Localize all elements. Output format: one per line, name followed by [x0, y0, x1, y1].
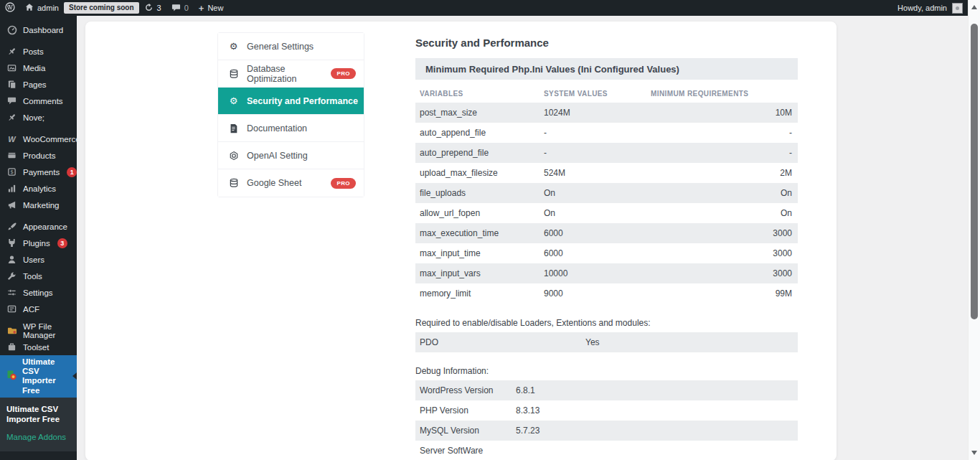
updates-menu[interactable]: 3	[139, 0, 166, 16]
sidebar-item-plugins[interactable]: Plugins 3	[0, 235, 77, 251]
settings-card: ⚙ General Settings Database Optimization…	[85, 22, 837, 460]
loaders-note: Required to enable/disable Loaders, Exte…	[415, 317, 798, 329]
cell-variable: upload_max_filesize	[415, 168, 540, 178]
table-row: file_uploads On On	[415, 183, 798, 203]
sidebar-item-woocommerce[interactable]: W WooCommerce	[0, 131, 77, 147]
sidebar-item-marketing[interactable]: Marketing	[0, 197, 77, 213]
wordpress-logo-menu[interactable]	[0, 0, 20, 16]
users-icon	[6, 255, 17, 264]
scrollbar-down-arrow-icon[interactable]	[971, 451, 977, 455]
tab-database-optimization[interactable]: Database Optimization PRO	[218, 60, 364, 88]
cell-variable: post_max_size	[415, 108, 540, 118]
new-label: New	[207, 4, 223, 12]
site-menu[interactable]: admin	[20, 0, 64, 16]
user-avatar[interactable]	[952, 3, 963, 14]
cell-minimum-requirement: On	[646, 188, 798, 198]
plugins-count-badge: 3	[57, 238, 67, 248]
sidebar-item-tools[interactable]: Tools	[0, 268, 77, 284]
csv-importer-icon	[6, 370, 17, 382]
pushpin-icon	[6, 113, 17, 122]
cell-variable: file_uploads	[415, 188, 540, 198]
wordpress-logo-icon	[5, 2, 15, 14]
cell-system-value: 6000	[540, 228, 646, 238]
tab-label: Security and Performance	[247, 96, 358, 106]
cell-minimum-requirement: 10M	[646, 108, 798, 118]
comment-icon	[6, 96, 17, 105]
cell-variable: allow_url_fopen	[415, 208, 540, 218]
php-ini-table: post_max_size 1024M 10M auto_append_file…	[415, 103, 798, 304]
window-scrollbar[interactable]	[968, 0, 980, 460]
sidebar-item-wp-file-manager[interactable]: WP File Manager	[0, 322, 77, 339]
sidebar-item-posts[interactable]: Posts	[0, 43, 77, 60]
analytics-icon	[6, 184, 17, 193]
howdy-menu[interactable]: Howdy, admin	[897, 4, 947, 12]
home-icon	[25, 3, 34, 13]
wordpress-admin-screen: admin Store coming soon 3 0 + New Howdy,…	[0, 0, 980, 460]
table-row: MySQL Version 5.7.23	[415, 421, 798, 441]
updates-icon	[144, 3, 154, 14]
sidebar-item-ultimate-csv-importer[interactable]: Ultimate CSV Importer Free	[0, 355, 77, 398]
dashboard-icon	[6, 25, 17, 35]
table-row: PDO Yes	[415, 332, 798, 352]
sidebar-item-products[interactable]: Products	[0, 147, 77, 164]
table-row: auto_prepend_file - -	[415, 143, 798, 163]
cell-debug-value: 5.7.23	[512, 426, 798, 436]
submenu-item-ultimate-csv-importer[interactable]: Ultimate CSV Importer Free	[0, 403, 70, 427]
sidebar-item-acf[interactable]: ACF	[0, 301, 77, 317]
sidebar-item-dashboard[interactable]: Dashboard	[0, 22, 77, 38]
tab-documentation[interactable]: Documentation	[218, 115, 364, 142]
sidebar-item-settings[interactable]: Settings	[0, 284, 77, 301]
folder-icon	[6, 326, 17, 335]
cell-debug-name: PHP Version	[415, 405, 512, 416]
products-icon	[6, 151, 17, 160]
table-row: allow_url_fopen On On	[415, 203, 798, 223]
sidebar-item-users[interactable]: Users	[0, 251, 77, 268]
tab-general-settings[interactable]: ⚙ General Settings	[218, 33, 364, 60]
cell-variable: max_input_time	[415, 248, 540, 258]
tab-security-and-performance[interactable]: ⚙ Security and Performance	[218, 88, 364, 115]
gear-icon: ⚙	[227, 41, 240, 52]
sidebar-item-pages[interactable]: Pages	[0, 76, 77, 93]
tab-label: Documentation	[247, 123, 307, 133]
sidebar-item-analytics[interactable]: Analytics	[0, 180, 77, 197]
new-content-menu[interactable]: + New	[194, 0, 229, 16]
table-row: WordPress Version 6.8.1	[415, 380, 798, 400]
submenu-item-manage-addons[interactable]: Manage Addons	[0, 431, 77, 445]
tab-google-sheet[interactable]: Google Sheet PRO	[218, 169, 364, 197]
scrollbar-thumb[interactable]	[971, 24, 978, 319]
sidebar-item-comments[interactable]: Comments	[0, 93, 77, 109]
settings-tabs: ⚙ General Settings Database Optimization…	[217, 32, 364, 197]
cell-debug-name: WordPress Version	[415, 385, 512, 395]
cell-variable: max_execution_time	[415, 228, 540, 238]
document-icon	[227, 123, 240, 133]
cell-system-value: 10000	[540, 268, 646, 278]
sidebar-item-appearance[interactable]: Appearance	[0, 218, 77, 235]
tab-label: Database Optimization	[247, 64, 331, 84]
openai-icon	[227, 151, 240, 161]
site-name: admin	[37, 4, 59, 12]
column-header-system-values: SYSTEM VALUES	[540, 90, 646, 98]
sidebar-item-payments[interactable]: $ Payments 1	[0, 164, 77, 180]
pushpin-icon	[6, 47, 17, 56]
sidebar-item-toolset[interactable]: Toolset	[0, 339, 77, 355]
section-header: Minimum Required Php.Ini Values (Ini Con…	[415, 58, 798, 80]
tab-openai-setting[interactable]: OpenAI Setting	[218, 142, 364, 169]
svg-text:$: $	[10, 169, 14, 175]
scrollbar-up-arrow-icon[interactable]	[971, 5, 977, 9]
plus-icon: +	[199, 3, 204, 14]
cell-minimum-requirement: 3000	[646, 228, 798, 238]
pro-badge: PRO	[331, 68, 356, 79]
avatar-silhouette	[956, 6, 959, 10]
plugins-icon	[6, 238, 17, 248]
appearance-icon	[6, 222, 17, 231]
table-row: upload_max_filesize 524M 2M	[415, 163, 798, 183]
comments-menu[interactable]: 0	[166, 0, 194, 16]
store-coming-soon-button[interactable]: Store coming soon	[64, 2, 139, 14]
sidebar-item-media[interactable]: Media	[0, 60, 77, 76]
loaders-table: PDO Yes	[415, 332, 798, 352]
cell-system-value: On	[540, 208, 646, 218]
admin-sidebar-menu: Dashboard Posts Media Pages Comments Nov…	[0, 16, 77, 460]
database-icon	[227, 178, 240, 188]
sidebar-item-nove[interactable]: Nove;	[0, 109, 77, 126]
marketing-icon	[6, 200, 17, 210]
